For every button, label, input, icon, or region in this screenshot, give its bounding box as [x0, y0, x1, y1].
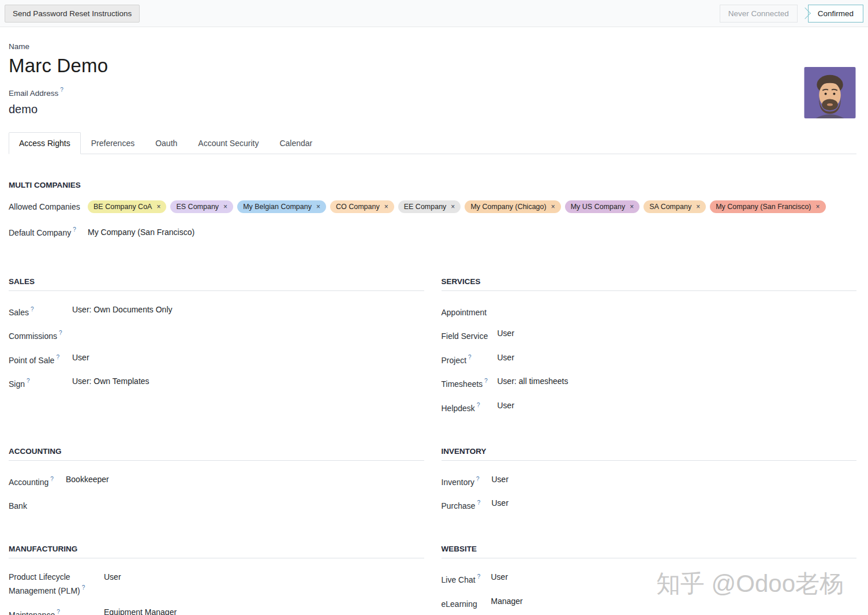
- default-company-help-icon: ?: [73, 226, 76, 233]
- section-divider: [442, 558, 857, 558]
- company-tag-label: EE Company: [404, 202, 447, 211]
- company-tag[interactable]: SA Company×: [643, 200, 706, 213]
- status-never-connected[interactable]: Never Connected: [720, 5, 798, 23]
- field-row-inventory: Inventory? User: [442, 469, 857, 493]
- tag-remove-icon[interactable]: ×: [630, 202, 634, 211]
- field-value[interactable]: User: [497, 400, 857, 411]
- section-divider: [442, 290, 857, 291]
- accounting-title: ACCOUNTING: [9, 447, 424, 456]
- field-row-appointment: Appointment: [442, 299, 857, 323]
- field-label: Project: [442, 355, 467, 364]
- field-row-timesheets: Timesheets? User: all timesheets: [442, 371, 857, 395]
- field-label: Sign: [9, 379, 25, 389]
- accounting-section: ACCOUNTING Accounting? Bookkeeper Bank: [9, 447, 424, 517]
- default-company-label: Default Company?: [9, 227, 88, 237]
- tag-remove-icon[interactable]: ×: [696, 202, 700, 211]
- company-tag[interactable]: EE Company×: [398, 200, 461, 213]
- company-tag[interactable]: BE Company CoA×: [88, 200, 166, 213]
- company-tag[interactable]: My Company (Chicago)×: [465, 200, 560, 213]
- help-icon: ?: [59, 330, 62, 336]
- company-tag[interactable]: CO Company×: [330, 200, 394, 213]
- company-tag-label: BE Company CoA: [93, 202, 152, 211]
- notebook-tabs: Access Rights Preferences Oauth Account …: [9, 132, 856, 154]
- tag-remove-icon[interactable]: ×: [384, 202, 388, 211]
- inventory-title: INVENTORY: [442, 447, 857, 456]
- field-label: Appointment: [442, 307, 487, 316]
- tab-preferences[interactable]: Preferences: [81, 132, 145, 154]
- status-confirmed[interactable]: Confirmed: [808, 5, 863, 23]
- field-row-project: Project? User: [442, 347, 857, 371]
- help-icon: ?: [477, 402, 480, 408]
- field-value[interactable]: User: Own Documents Only: [72, 304, 424, 315]
- email-value[interactable]: demo: [9, 103, 856, 116]
- company-tag-label: ES Company: [176, 202, 219, 211]
- field-row-purchase: Purchase? User: [442, 493, 857, 517]
- default-company-row: Default Company? My Company (San Francis…: [9, 224, 856, 240]
- company-tag[interactable]: My Company (San Francisco)×: [710, 200, 825, 213]
- tag-remove-icon[interactable]: ×: [551, 202, 555, 211]
- company-tag-label: SA Company: [649, 202, 691, 211]
- field-value[interactable]: User: [497, 352, 857, 363]
- help-icon: ?: [82, 584, 85, 591]
- help-icon: ?: [477, 573, 481, 580]
- field-label: Maintenance: [9, 610, 55, 615]
- field-label: Commissions: [9, 331, 57, 341]
- company-tag-label: CO Company: [336, 202, 380, 211]
- field-value[interactable]: User: [492, 498, 857, 509]
- services-section: SERVICES Appointment Field Service User …: [442, 277, 857, 419]
- field-row-point-of-sale: Point of Sale? User: [9, 347, 424, 371]
- tag-remove-icon[interactable]: ×: [451, 202, 455, 211]
- company-tag-label: My Belgian Company: [243, 202, 312, 211]
- avatar[interactable]: [804, 67, 856, 118]
- section-divider: [442, 460, 857, 461]
- help-icon: ?: [484, 378, 488, 384]
- help-icon: ?: [57, 609, 60, 615]
- field-value[interactable]: User: [72, 352, 424, 363]
- help-icon: ?: [468, 354, 472, 360]
- field-value[interactable]: User: [104, 572, 424, 583]
- sales-section: SALES Sales? User: Own Documents Only Co…: [9, 277, 424, 419]
- field-value[interactable]: User: [492, 474, 857, 485]
- tab-access-rights[interactable]: Access Rights: [9, 132, 81, 154]
- tab-calendar[interactable]: Calendar: [269, 132, 323, 154]
- sales-title: SALES: [9, 277, 424, 286]
- field-row-plm: Product Lifecycle Management (PLM)? User: [9, 566, 424, 602]
- default-company-value[interactable]: My Company (San Francisco): [88, 228, 856, 237]
- allowed-companies-tags[interactable]: BE Company CoA× ES Company× My Belgian C…: [88, 200, 856, 213]
- field-label: Sales: [9, 307, 29, 316]
- company-tag[interactable]: My US Company×: [565, 200, 640, 213]
- tab-account-security[interactable]: Account Security: [188, 132, 269, 154]
- tag-remove-icon[interactable]: ×: [316, 202, 320, 211]
- field-row-commissions: Commissions?: [9, 323, 424, 347]
- avatar-illustration: [804, 67, 856, 118]
- website-title: WEBSITE: [442, 545, 857, 553]
- field-row-sales: Sales? User: Own Documents Only: [9, 299, 424, 323]
- send-password-reset-button[interactable]: Send Password Reset Instructions: [5, 5, 140, 23]
- field-value[interactable]: User: Own Templates: [72, 376, 424, 387]
- multi-companies-title: MULTI COMPANIES: [9, 181, 856, 189]
- user-name[interactable]: Marc Demo: [9, 55, 856, 77]
- field-value[interactable]: User: [491, 572, 857, 583]
- field-value[interactable]: User: [497, 328, 857, 339]
- company-tag[interactable]: ES Company×: [170, 200, 233, 213]
- section-divider: [9, 290, 424, 291]
- help-icon: ?: [476, 476, 480, 482]
- field-row-helpdesk: Helpdesk? User: [442, 395, 857, 419]
- tag-remove-icon[interactable]: ×: [816, 202, 820, 211]
- help-icon: ?: [50, 476, 54, 482]
- email-help-icon: ?: [60, 87, 63, 93]
- company-tag-label: My US Company: [571, 202, 625, 211]
- field-value[interactable]: Bookkeeper: [66, 474, 424, 485]
- field-value[interactable]: User: all timesheets: [497, 376, 857, 387]
- help-icon: ?: [31, 306, 34, 312]
- field-value[interactable]: Equipment Manager: [104, 607, 424, 615]
- tag-remove-icon[interactable]: ×: [223, 202, 227, 211]
- field-value[interactable]: Manager: [491, 596, 857, 607]
- company-tag[interactable]: My Belgian Company×: [237, 200, 326, 213]
- tag-remove-icon[interactable]: ×: [156, 202, 160, 211]
- tab-oauth[interactable]: Oauth: [145, 132, 188, 154]
- user-form-sheet: Name Marc Demo Email Address? demo Acces…: [0, 27, 868, 615]
- allowed-companies-label: Allowed Companies: [9, 202, 88, 211]
- inventory-section: INVENTORY Inventory? User Purchase? User: [442, 447, 857, 517]
- company-tag-label: My Company (San Francisco): [716, 202, 811, 211]
